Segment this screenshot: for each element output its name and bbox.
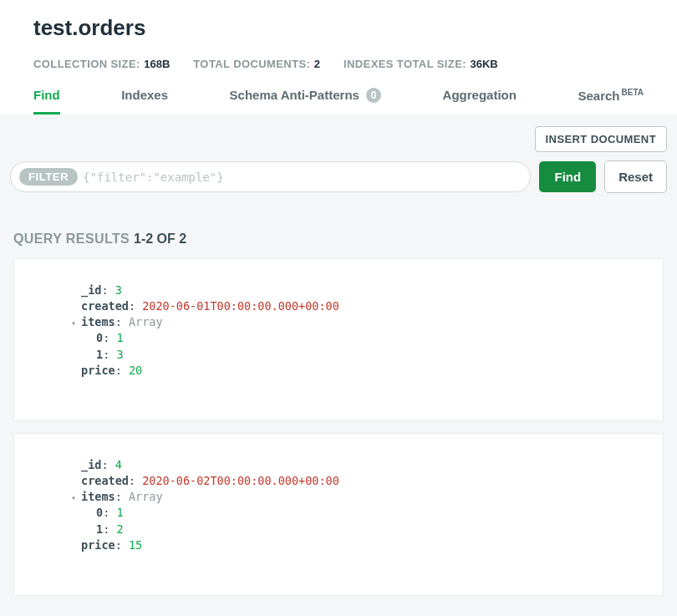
stat-value: 168B	[144, 58, 170, 70]
tab-find[interactable]: Find	[33, 88, 60, 115]
field-value: 4	[115, 458, 122, 471]
reset-button[interactable]: Reset	[604, 160, 667, 193]
document-field: created: 2020-06-02T00:00:00.000+00:00	[81, 473, 638, 489]
field-key: created	[81, 474, 129, 487]
action-bar: INSERT DOCUMENT	[0, 115, 677, 160]
field-key: 1	[96, 522, 103, 536]
find-button[interactable]: Find	[539, 161, 596, 192]
beta-badge: BETA	[621, 88, 643, 97]
collection-title: test.orders	[33, 15, 644, 41]
insert-document-button[interactable]: INSERT DOCUMENT	[535, 126, 667, 152]
document-field: _id: 3	[81, 283, 638, 298]
colon: :	[115, 490, 129, 503]
field-key: 0	[96, 331, 103, 344]
filter-row: FILTER Find Reset	[0, 160, 677, 208]
colon: :	[115, 364, 129, 377]
field-key: price	[81, 364, 115, 377]
collection-stats: COLLECTION SIZE: 168B TOTAL DOCUMENTS: 2…	[33, 56, 644, 71]
field-value: 2	[116, 522, 123, 536]
field-value: 1	[116, 331, 123, 344]
colon: :	[115, 538, 129, 552]
stat-value: 2	[314, 58, 320, 70]
field-value: 1	[116, 506, 123, 519]
field-key: items	[81, 315, 115, 328]
colon: :	[103, 348, 116, 361]
document-card: _id: 3created: 2020-06-01T00:00:00.000+0…	[13, 258, 664, 421]
chevron-down-icon[interactable]: ▾	[71, 492, 76, 504]
tab-label: Schema Anti-Patterns	[230, 88, 359, 102]
field-key: price	[81, 538, 115, 552]
document-field: created: 2020-06-01T00:00:00.000+00:00	[81, 298, 638, 314]
document-field: price: 15	[81, 537, 638, 553]
colon: :	[129, 474, 142, 487]
field-value: 20	[129, 364, 142, 377]
stat-value: 36KB	[470, 58, 497, 70]
field-key: 0	[96, 506, 103, 519]
stat-label: TOTAL DOCUMENTS:	[193, 58, 310, 70]
field-value: 15	[129, 538, 142, 552]
document-field: 0: 1	[81, 505, 638, 521]
colon: :	[103, 331, 116, 344]
results-label: QUERY RESULTS	[13, 232, 134, 246]
field-key: _id	[81, 283, 101, 297]
results-count: 1-2 OF 2	[134, 232, 186, 246]
field-key: items	[81, 490, 115, 503]
tab-label: Search	[578, 89, 619, 103]
colon: :	[101, 283, 115, 297]
tab-schema-anti-patterns[interactable]: Schema Anti-Patterns 0	[230, 88, 382, 115]
query-results-header: QUERY RESULTS 1-2 OF 2	[0, 208, 677, 258]
chevron-down-icon[interactable]: ▾	[71, 318, 76, 329]
stat-collection-size: COLLECTION SIZE: 168B	[33, 56, 170, 71]
field-key: created	[81, 299, 129, 313]
field-value: 3	[116, 348, 123, 361]
filter-input[interactable]	[83, 171, 522, 184]
colon: :	[115, 315, 129, 328]
field-value: Array	[129, 315, 163, 328]
colon: :	[103, 522, 116, 536]
tab-badge: 0	[366, 88, 381, 103]
tab-aggregation[interactable]: Aggregation	[443, 88, 517, 115]
document-field: ▾items: Array	[81, 314, 638, 330]
field-value: 2020-06-02T00:00:00.000+00:00	[142, 474, 339, 487]
document-field: price: 20	[81, 363, 638, 379]
stat-indexes-total-size: INDEXES TOTAL SIZE: 36KB	[344, 56, 498, 71]
filter-chip: FILTER	[19, 168, 78, 186]
document-field: 1: 3	[81, 347, 638, 363]
field-value: 3	[115, 283, 122, 297]
stat-label: INDEXES TOTAL SIZE:	[344, 58, 466, 70]
field-value: 2020-06-01T00:00:00.000+00:00	[142, 299, 339, 313]
collection-header: test.orders COLLECTION SIZE: 168B TOTAL …	[0, 0, 677, 115]
document-card: _id: 4created: 2020-06-02T00:00:00.000+0…	[13, 433, 664, 596]
field-value: Array	[129, 490, 163, 503]
document-field: ▾items: Array	[81, 489, 638, 505]
field-key: 1	[96, 348, 103, 361]
field-key: _id	[81, 458, 101, 471]
colon: :	[129, 299, 142, 313]
document-field: 0: 1	[81, 330, 638, 346]
documents-container: _id: 3created: 2020-06-01T00:00:00.000+0…	[0, 258, 677, 596]
document-field: 1: 2	[81, 522, 638, 537]
colon: :	[103, 506, 116, 519]
tab-indexes[interactable]: Indexes	[121, 88, 168, 115]
document-field: _id: 4	[81, 457, 638, 473]
stat-total-documents: TOTAL DOCUMENTS: 2	[193, 56, 320, 71]
colon: :	[101, 458, 115, 471]
stat-label: COLLECTION SIZE:	[33, 58, 140, 70]
tabs: Find Indexes Schema Anti-Patterns 0 Aggr…	[33, 88, 644, 115]
filter-input-wrap[interactable]: FILTER	[10, 161, 531, 192]
tab-search[interactable]: SearchBETA	[578, 88, 644, 115]
